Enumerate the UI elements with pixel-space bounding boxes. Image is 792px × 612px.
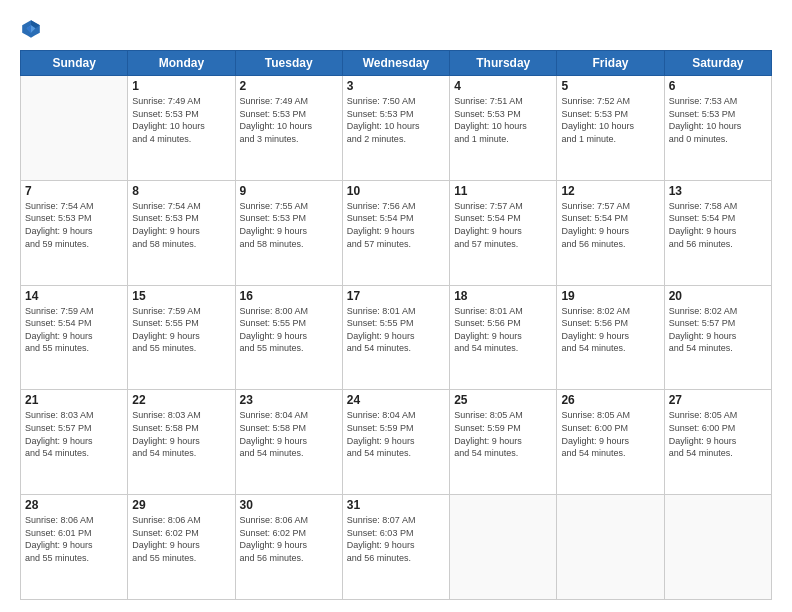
day-cell: 25Sunrise: 8:05 AM Sunset: 5:59 PM Dayli… [450, 390, 557, 495]
day-info: Sunrise: 8:05 AM Sunset: 6:00 PM Dayligh… [561, 409, 659, 459]
day-cell: 23Sunrise: 8:04 AM Sunset: 5:58 PM Dayli… [235, 390, 342, 495]
day-cell: 30Sunrise: 8:06 AM Sunset: 6:02 PM Dayli… [235, 495, 342, 600]
day-info: Sunrise: 7:56 AM Sunset: 5:54 PM Dayligh… [347, 200, 445, 250]
day-number: 30 [240, 498, 338, 512]
day-number: 29 [132, 498, 230, 512]
day-cell: 1Sunrise: 7:49 AM Sunset: 5:53 PM Daylig… [128, 76, 235, 181]
day-number: 4 [454, 79, 552, 93]
day-cell: 6Sunrise: 7:53 AM Sunset: 5:53 PM Daylig… [664, 76, 771, 181]
day-info: Sunrise: 7:53 AM Sunset: 5:53 PM Dayligh… [669, 95, 767, 145]
day-number: 16 [240, 289, 338, 303]
day-number: 3 [347, 79, 445, 93]
weekday-saturday: Saturday [664, 51, 771, 76]
day-number: 27 [669, 393, 767, 407]
day-cell: 8Sunrise: 7:54 AM Sunset: 5:53 PM Daylig… [128, 180, 235, 285]
day-number: 17 [347, 289, 445, 303]
week-row-3: 14Sunrise: 7:59 AM Sunset: 5:54 PM Dayli… [21, 285, 772, 390]
day-cell: 27Sunrise: 8:05 AM Sunset: 6:00 PM Dayli… [664, 390, 771, 495]
day-number: 6 [669, 79, 767, 93]
day-number: 11 [454, 184, 552, 198]
day-number: 10 [347, 184, 445, 198]
day-number: 20 [669, 289, 767, 303]
day-number: 28 [25, 498, 123, 512]
day-cell: 19Sunrise: 8:02 AM Sunset: 5:56 PM Dayli… [557, 285, 664, 390]
day-number: 19 [561, 289, 659, 303]
day-number: 2 [240, 79, 338, 93]
day-info: Sunrise: 8:03 AM Sunset: 5:58 PM Dayligh… [132, 409, 230, 459]
day-info: Sunrise: 8:05 AM Sunset: 5:59 PM Dayligh… [454, 409, 552, 459]
day-cell: 9Sunrise: 7:55 AM Sunset: 5:53 PM Daylig… [235, 180, 342, 285]
day-number: 18 [454, 289, 552, 303]
day-number: 5 [561, 79, 659, 93]
day-cell: 5Sunrise: 7:52 AM Sunset: 5:53 PM Daylig… [557, 76, 664, 181]
day-info: Sunrise: 8:03 AM Sunset: 5:57 PM Dayligh… [25, 409, 123, 459]
day-number: 23 [240, 393, 338, 407]
logo-icon [20, 18, 42, 40]
day-number: 22 [132, 393, 230, 407]
day-cell: 13Sunrise: 7:58 AM Sunset: 5:54 PM Dayli… [664, 180, 771, 285]
day-number: 24 [347, 393, 445, 407]
day-cell: 18Sunrise: 8:01 AM Sunset: 5:56 PM Dayli… [450, 285, 557, 390]
day-number: 25 [454, 393, 552, 407]
day-number: 7 [25, 184, 123, 198]
day-number: 15 [132, 289, 230, 303]
day-info: Sunrise: 7:59 AM Sunset: 5:55 PM Dayligh… [132, 305, 230, 355]
day-number: 13 [669, 184, 767, 198]
day-cell: 16Sunrise: 8:00 AM Sunset: 5:55 PM Dayli… [235, 285, 342, 390]
day-info: Sunrise: 8:04 AM Sunset: 5:59 PM Dayligh… [347, 409, 445, 459]
day-cell: 2Sunrise: 7:49 AM Sunset: 5:53 PM Daylig… [235, 76, 342, 181]
day-info: Sunrise: 8:07 AM Sunset: 6:03 PM Dayligh… [347, 514, 445, 564]
day-info: Sunrise: 8:01 AM Sunset: 5:56 PM Dayligh… [454, 305, 552, 355]
day-info: Sunrise: 7:57 AM Sunset: 5:54 PM Dayligh… [561, 200, 659, 250]
day-info: Sunrise: 7:49 AM Sunset: 5:53 PM Dayligh… [240, 95, 338, 145]
day-number: 12 [561, 184, 659, 198]
day-number: 31 [347, 498, 445, 512]
day-info: Sunrise: 8:00 AM Sunset: 5:55 PM Dayligh… [240, 305, 338, 355]
day-number: 9 [240, 184, 338, 198]
logo [20, 18, 46, 40]
day-cell: 20Sunrise: 8:02 AM Sunset: 5:57 PM Dayli… [664, 285, 771, 390]
day-number: 21 [25, 393, 123, 407]
weekday-wednesday: Wednesday [342, 51, 449, 76]
day-info: Sunrise: 8:05 AM Sunset: 6:00 PM Dayligh… [669, 409, 767, 459]
day-info: Sunrise: 7:54 AM Sunset: 5:53 PM Dayligh… [132, 200, 230, 250]
page: SundayMondayTuesdayWednesdayThursdayFrid… [0, 0, 792, 612]
week-row-1: 1Sunrise: 7:49 AM Sunset: 5:53 PM Daylig… [21, 76, 772, 181]
day-cell: 14Sunrise: 7:59 AM Sunset: 5:54 PM Dayli… [21, 285, 128, 390]
day-cell [557, 495, 664, 600]
calendar-table: SundayMondayTuesdayWednesdayThursdayFrid… [20, 50, 772, 600]
day-cell: 12Sunrise: 7:57 AM Sunset: 5:54 PM Dayli… [557, 180, 664, 285]
day-info: Sunrise: 8:04 AM Sunset: 5:58 PM Dayligh… [240, 409, 338, 459]
weekday-header-row: SundayMondayTuesdayWednesdayThursdayFrid… [21, 51, 772, 76]
day-info: Sunrise: 7:57 AM Sunset: 5:54 PM Dayligh… [454, 200, 552, 250]
day-info: Sunrise: 8:06 AM Sunset: 6:02 PM Dayligh… [132, 514, 230, 564]
week-row-2: 7Sunrise: 7:54 AM Sunset: 5:53 PM Daylig… [21, 180, 772, 285]
day-cell: 28Sunrise: 8:06 AM Sunset: 6:01 PM Dayli… [21, 495, 128, 600]
day-cell: 17Sunrise: 8:01 AM Sunset: 5:55 PM Dayli… [342, 285, 449, 390]
day-cell [21, 76, 128, 181]
day-info: Sunrise: 8:01 AM Sunset: 5:55 PM Dayligh… [347, 305, 445, 355]
day-info: Sunrise: 7:54 AM Sunset: 5:53 PM Dayligh… [25, 200, 123, 250]
day-cell [664, 495, 771, 600]
day-cell: 3Sunrise: 7:50 AM Sunset: 5:53 PM Daylig… [342, 76, 449, 181]
weekday-tuesday: Tuesday [235, 51, 342, 76]
day-number: 8 [132, 184, 230, 198]
day-info: Sunrise: 7:52 AM Sunset: 5:53 PM Dayligh… [561, 95, 659, 145]
day-cell: 21Sunrise: 8:03 AM Sunset: 5:57 PM Dayli… [21, 390, 128, 495]
day-info: Sunrise: 7:51 AM Sunset: 5:53 PM Dayligh… [454, 95, 552, 145]
day-number: 1 [132, 79, 230, 93]
week-row-4: 21Sunrise: 8:03 AM Sunset: 5:57 PM Dayli… [21, 390, 772, 495]
day-info: Sunrise: 7:49 AM Sunset: 5:53 PM Dayligh… [132, 95, 230, 145]
day-info: Sunrise: 8:06 AM Sunset: 6:01 PM Dayligh… [25, 514, 123, 564]
day-info: Sunrise: 8:06 AM Sunset: 6:02 PM Dayligh… [240, 514, 338, 564]
day-cell: 11Sunrise: 7:57 AM Sunset: 5:54 PM Dayli… [450, 180, 557, 285]
day-info: Sunrise: 7:55 AM Sunset: 5:53 PM Dayligh… [240, 200, 338, 250]
day-cell: 7Sunrise: 7:54 AM Sunset: 5:53 PM Daylig… [21, 180, 128, 285]
weekday-sunday: Sunday [21, 51, 128, 76]
weekday-friday: Friday [557, 51, 664, 76]
day-info: Sunrise: 8:02 AM Sunset: 5:56 PM Dayligh… [561, 305, 659, 355]
day-cell: 10Sunrise: 7:56 AM Sunset: 5:54 PM Dayli… [342, 180, 449, 285]
day-info: Sunrise: 7:58 AM Sunset: 5:54 PM Dayligh… [669, 200, 767, 250]
day-cell: 15Sunrise: 7:59 AM Sunset: 5:55 PM Dayli… [128, 285, 235, 390]
day-cell: 4Sunrise: 7:51 AM Sunset: 5:53 PM Daylig… [450, 76, 557, 181]
